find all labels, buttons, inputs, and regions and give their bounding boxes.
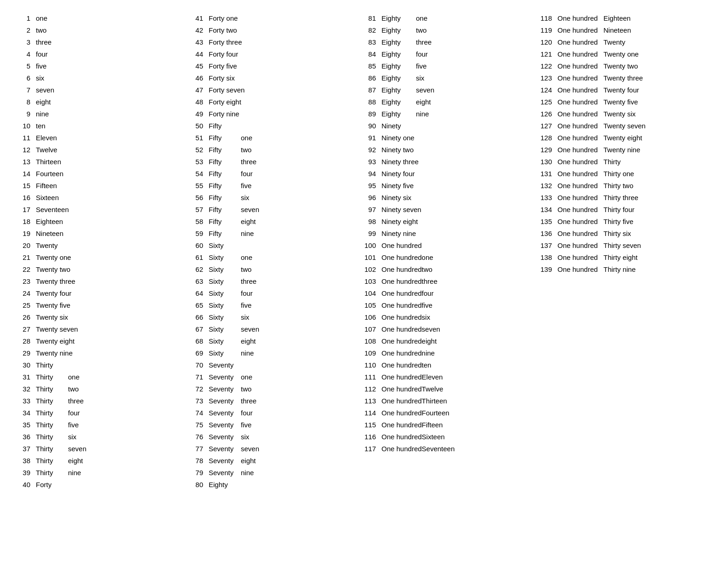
number: 14 (18, 170, 36, 178)
list-item: 13Thirteen (18, 157, 191, 169)
word-primary: six (36, 74, 68, 82)
number: 46 (191, 74, 209, 82)
list-item: 7seven (18, 86, 191, 98)
number: 67 (191, 325, 209, 333)
number: 42 (191, 26, 209, 34)
word-primary: Sixty (209, 301, 241, 309)
word-primary: Fifty (209, 146, 241, 154)
word-primary: three (36, 38, 68, 46)
word-primary: Fifty (209, 122, 241, 130)
word-secondary: Eleven (422, 373, 452, 381)
list-item: 89Eightynine (364, 109, 537, 121)
word-secondary: five (422, 301, 452, 309)
word-primary: Sixty (209, 253, 241, 261)
word-primary: nine (36, 110, 68, 118)
word-secondary: Thirty three (603, 194, 640, 201)
number: 40 (18, 481, 36, 488)
word-primary: Eighty (381, 26, 416, 34)
number: 79 (191, 469, 209, 477)
list-item: 69Sixtynine (191, 349, 364, 361)
number: 92 (364, 146, 381, 154)
number: 30 (18, 361, 36, 369)
list-item: 87Eightyseven (364, 86, 537, 98)
list-item: 3three (18, 38, 191, 50)
word-secondary: ten (422, 361, 452, 369)
word-primary: One hundred (557, 122, 603, 130)
list-item: 63Sixtythree (191, 277, 364, 289)
word-secondary: five (416, 62, 446, 70)
word-primary: Forty (36, 481, 68, 488)
list-item: 44Forty four (191, 50, 364, 62)
word-primary: Thirty (36, 457, 68, 465)
number: 125 (537, 98, 557, 106)
word-secondary: one (68, 373, 96, 381)
word-secondary: Twenty (603, 38, 640, 46)
word-primary: Thirty (36, 445, 68, 453)
number: 21 (18, 253, 36, 261)
word-secondary: Fifteen (422, 421, 452, 429)
number: 90 (364, 122, 381, 130)
number: 44 (191, 50, 209, 58)
word-primary: Ninety eight (381, 218, 418, 225)
word-secondary: one (416, 14, 446, 22)
word-primary: One hundred (557, 230, 603, 237)
word-primary: One hundred (557, 194, 603, 201)
word-primary: Forty nine (209, 110, 241, 118)
word-secondary: Thirty six (603, 230, 640, 237)
word-primary: One hundred (557, 206, 603, 213)
word-primary: One hundred (557, 38, 603, 46)
number: 72 (191, 385, 209, 393)
list-item: 95Ninety five (364, 181, 537, 193)
list-item: 138One hundredThirty eight (537, 253, 710, 265)
word-primary: Fifty (209, 194, 241, 201)
number: 138 (537, 253, 557, 261)
list-item: 110One hundredten (364, 361, 537, 373)
word-primary: Fifty (209, 230, 241, 237)
word-secondary: nine (241, 349, 268, 357)
word-primary: One hundred (557, 26, 603, 34)
number: 51 (191, 134, 209, 142)
list-item: 46Forty six (191, 74, 364, 86)
word-primary: Fifty (209, 158, 241, 166)
word-primary: One hundred (557, 134, 603, 142)
word-secondary: two (422, 265, 452, 273)
word-primary: One hundred (381, 265, 422, 273)
list-item: 11Eleven (18, 133, 191, 145)
word-secondary: six (68, 433, 96, 441)
number: 104 (364, 289, 381, 297)
word-primary: Sixty (209, 241, 241, 249)
word-secondary: Twenty six (603, 110, 640, 118)
word-secondary: two (416, 26, 446, 34)
list-item: 74Seventyfour (191, 408, 364, 420)
number: 66 (191, 313, 209, 321)
number: 27 (18, 325, 36, 333)
word-primary: Fifty (209, 134, 241, 142)
word-secondary: nine (422, 349, 452, 357)
list-item: 54Fiftyfour (191, 169, 364, 181)
list-item: 65Sixtyfive (191, 301, 364, 313)
word-primary: Eighty (381, 38, 416, 46)
word-primary: Sixty (209, 337, 241, 345)
word-primary: Forty three (209, 38, 242, 46)
word-secondary: Sixteen (422, 433, 452, 441)
word-primary: Fifty (209, 206, 241, 213)
word-primary: One hundred (557, 62, 603, 70)
list-item: 27Twenty seven (18, 325, 191, 337)
word-secondary: Thirteen (422, 397, 452, 405)
list-item: 1one (18, 14, 191, 26)
list-item: 81Eightyone (364, 14, 537, 26)
list-item: 121One hundredTwenty one (537, 50, 710, 62)
list-item: 32Thirtytwo (18, 385, 191, 396)
number: 45 (191, 62, 209, 70)
number: 123 (537, 74, 557, 82)
list-item: 68Sixtyeight (191, 337, 364, 349)
number: 43 (191, 38, 209, 46)
number: 77 (191, 445, 209, 453)
word-primary: Twenty six (36, 313, 68, 321)
list-item (537, 361, 710, 373)
list-item: 84Eightyfour (364, 50, 537, 62)
list-item: 101One hundredone (364, 253, 537, 265)
word-primary: One hundred (557, 253, 603, 261)
number: 132 (537, 182, 557, 190)
list-item: 107One hundredseven (364, 325, 537, 337)
